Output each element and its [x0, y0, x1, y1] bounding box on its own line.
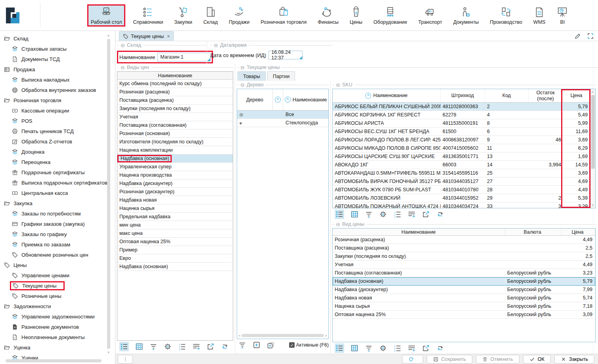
- price-view-row[interactable]: Розничная (расценка) 4,49: [333, 236, 595, 244]
- price-type-row[interactable]: Надбавка (дискаунтер): [117, 179, 233, 188]
- subtab[interactable]: Партии: [267, 71, 295, 81]
- scroll-up-icon[interactable]: ▲: [591, 90, 594, 93]
- sidebar-item[interactable]: Склад: [0, 33, 115, 44]
- scrollbar-thumb[interactable]: [242, 334, 324, 337]
- close-button[interactable]: Закрыть: [554, 355, 594, 364]
- sidebar-item[interactable]: Дооценка: [0, 147, 115, 157]
- toolbar-item[interactable]: WMS: [530, 4, 549, 27]
- sidebar-item[interactable]: Закупка: [0, 198, 115, 208]
- sku-row[interactable]: АВТОКАРАНДАШ 0.5ММ+ГРИФЕЛЬ 559511 MAPE 3…: [333, 169, 590, 177]
- toolbar-icon[interactable]: [436, 210, 444, 218]
- tab-close-icon[interactable]: ×: [167, 34, 170, 39]
- toolbar-icon[interactable]: [164, 343, 172, 351]
- sidebar-item[interactable]: Подарочные сертификаты: [0, 167, 115, 177]
- sidebar-item[interactable]: Выписка накладных: [0, 74, 115, 85]
- sku-row[interactable]: АБРИКОС БЕЛЫЙ ПЕЛИКАН СУШЕНЫЙ 200Г БЕЛ 4…: [333, 103, 590, 111]
- toolbar-item[interactable]: Рабочий стол: [87, 4, 125, 27]
- toolbar-item[interactable]: Закупки: [171, 4, 196, 27]
- price-view-column-currency[interactable]: Валюта: [505, 229, 560, 235]
- toolbar-item[interactable]: Склад: [200, 4, 221, 27]
- toolbar-icon[interactable]: [379, 210, 387, 218]
- scroll-down-icon[interactable]: ▼: [591, 204, 594, 207]
- price-type-row[interactable]: Евро: [117, 254, 233, 263]
- sku-row[interactable]: АБРИКОС КОРЗИНКА 1КГ RESPECT 62278 4 5,4…: [333, 111, 590, 119]
- price-view-row[interactable]: Поставщика (согласованная) Белорусский р…: [333, 269, 595, 277]
- toolbar-icon[interactable]: [119, 342, 129, 351]
- sku-row[interactable]: АВОКАДО 1КГ 66003 14 3,994 14,59: [333, 161, 590, 169]
- toolbar-item[interactable]: Производство: [486, 4, 526, 27]
- more-options-button[interactable]: ⋮: [118, 355, 133, 364]
- price-view-row[interactable]: Учетная 4,49: [333, 261, 595, 269]
- toolbar-icon[interactable]: [253, 341, 261, 349]
- scroll-up-icon[interactable]: ▲: [107, 33, 110, 37]
- sku-row[interactable]: АВТОМОБИЛЬ ЛОЗЕВСКИЙ 4810344015952 29 2 …: [333, 194, 590, 202]
- price-type-row[interactable]: Пример: [117, 246, 233, 254]
- sku-column-stock[interactable]: Остаток (после): [529, 89, 563, 102]
- toolbar-icon[interactable]: [436, 344, 444, 352]
- toolbar-icon[interactable]: [379, 344, 387, 352]
- toolbar-icon[interactable]: [335, 210, 344, 219]
- toolbar-icon[interactable]: [135, 343, 143, 351]
- price-view-row[interactable]: Надбавка (дискаунтер) Белорусский рубль …: [333, 286, 595, 294]
- toolbar-item[interactable]: BI: [553, 4, 572, 27]
- sku-row[interactable]: АБРИКОСЫ ВЕС.СУШ 1КГ НЕТ БРЕНДА 61500 6 …: [333, 128, 590, 136]
- datetime-input[interactable]: 16.08.24 12:37: [268, 51, 303, 59]
- collapse-icon[interactable]: ⊖: [336, 221, 340, 227]
- price-type-row[interactable]: Оптовая наценка 25%: [117, 238, 233, 246]
- toolbar-icon[interactable]: [267, 341, 275, 349]
- sku-column-barcode[interactable]: Штрихкод: [441, 89, 485, 102]
- price-type-row[interactable]: мин цена: [117, 221, 233, 229]
- sidebar-item[interactable]: Переоценка: [0, 157, 115, 167]
- toolbar-icon[interactable]: [408, 210, 416, 218]
- toolbar-icon[interactable]: [422, 344, 430, 352]
- toolbar-icon[interactable]: [351, 344, 358, 352]
- toolbar-item[interactable]: Справочники: [129, 4, 167, 27]
- toolbar-item[interactable]: Оборудование: [370, 4, 411, 27]
- sidebar-item[interactable]: Документы ТСД: [0, 54, 115, 64]
- price-type-row[interactable]: Поставщика (расценка): [117, 96, 233, 105]
- sort-icon[interactable]: ^: [365, 93, 371, 99]
- sidebar-item[interactable]: Управление ценами: [0, 270, 115, 280]
- sku-row[interactable]: АБРИКОСЫ ЛОРАДО ПОЛОВ.В ЛЕГ.СИР. 425Г Ж/…: [333, 136, 590, 144]
- sidebar-item[interactable]: Заказы по графику: [0, 229, 115, 239]
- sidebar-item[interactable]: Разнесение документов: [0, 322, 115, 332]
- sku-row[interactable]: АБРИКОСЫ ЦАРСКИЕ СУШ.90Г ЦАРСКИЕ 4813635…: [333, 152, 590, 161]
- sidebar-item[interactable]: Приемка по заказам: [0, 239, 115, 250]
- scroll-down-icon[interactable]: ▼: [107, 351, 110, 354]
- price-type-row[interactable]: Наценка комплектации: [117, 146, 233, 154]
- toolbar-icon[interactable]: [365, 210, 373, 218]
- price-type-row[interactable]: Наценка сырья: [117, 204, 233, 213]
- name-column-header[interactable]: Наименование: [293, 97, 327, 103]
- price-type-row[interactable]: Надбавка (основная): [117, 154, 233, 163]
- edit-pencil-icon[interactable]: [574, 32, 581, 40]
- price-type-row[interactable]: Учетная: [117, 113, 233, 121]
- sidebar-item[interactable]: Текущие цены: [0, 280, 115, 291]
- active-filter-checkbox[interactable]: ✓ Активные (F6): [289, 342, 329, 348]
- toolbar-icon[interactable]: [207, 343, 215, 351]
- toolbar-icon[interactable]: [238, 341, 246, 349]
- toolbar-item[interactable]: Цены: [346, 4, 366, 27]
- toolbar-icon[interactable]: [221, 343, 229, 351]
- scrollbar-thumb[interactable]: [6, 359, 102, 362]
- toolbar-item[interactable]: Финансы: [314, 4, 342, 27]
- warehouse-name-input[interactable]: Магазин 1: [157, 53, 211, 61]
- price-view-row[interactable]: Надбавка (основная) Белорусский рубль 5,…: [333, 277, 595, 286]
- toolbar-item[interactable]: Документы: [450, 4, 482, 27]
- price-type-row[interactable]: Предельная надбавка: [117, 213, 233, 221]
- sku-row[interactable]: АБРИКОСЫ АРИСТА 4811535000191 8 5,99: [333, 119, 590, 128]
- sidebar-item[interactable]: Управление задолженностями: [0, 311, 115, 322]
- sku-column-code[interactable]: Код: [485, 89, 529, 102]
- sidebar-item[interactable]: Кассовые операции: [0, 105, 115, 116]
- sidebar-item[interactable]: Центральная касса: [0, 188, 115, 198]
- scrollbar-thumb[interactable]: [591, 95, 595, 169]
- toolbar-icon[interactable]: [192, 343, 200, 351]
- toolbar-icon[interactable]: [335, 343, 344, 353]
- tree-row[interactable]: ● Стеклопосуда: [237, 119, 328, 127]
- collapse-icon[interactable]: ⊖: [240, 82, 245, 88]
- price-view-row[interactable]: Надбавка новая Белорусский рубль 5,74: [333, 294, 595, 302]
- fullscreen-icon[interactable]: [587, 32, 594, 40]
- collapse-icon[interactable]: ⊖: [240, 65, 245, 71]
- sidebar-item[interactable]: Обработка внутренних заказов: [0, 85, 115, 95]
- column-header[interactable]: Наименование: [117, 72, 233, 80]
- toolbar-icon[interactable]: [150, 343, 157, 351]
